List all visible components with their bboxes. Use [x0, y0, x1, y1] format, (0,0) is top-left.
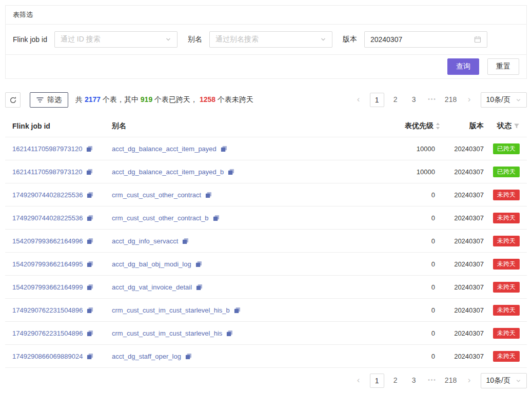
prev-page-button[interactable]: ‹: [351, 93, 366, 107]
version-field: 版本 20240307: [343, 31, 487, 48]
copy-icon[interactable]: [213, 215, 220, 221]
alias-link[interactable]: crm_cust_cust_im_cust_starlevel_his_b: [112, 306, 230, 314]
table-row: 1621411705987973120 acct_dg_balance_acct…: [5, 137, 527, 160]
copy-icon[interactable]: [86, 169, 93, 175]
version-value: 20240307: [440, 145, 484, 153]
page: 表筛选 Flink job id 通过 ID 搜索 别名 通过别名搜索: [5, 5, 527, 388]
priority-value: 0: [379, 329, 440, 337]
copy-icon[interactable]: [87, 284, 93, 291]
status-badge: 已跨天: [493, 143, 520, 154]
priority-value: 0: [379, 260, 440, 268]
alias-field: 别名 通过别名搜索: [188, 31, 332, 48]
page-button-3[interactable]: 3: [407, 93, 421, 107]
copy-icon[interactable]: [185, 353, 192, 360]
summary-part: 共: [75, 95, 85, 104]
copy-icon[interactable]: [182, 238, 189, 244]
version-input[interactable]: 20240307: [364, 31, 487, 48]
copy-icon[interactable]: [228, 169, 234, 175]
alias-link[interactable]: acct_dg_bal_obj_modi_log: [112, 260, 191, 268]
priority-value: 0: [379, 283, 440, 291]
copy-icon[interactable]: [87, 307, 93, 314]
prev-page-button[interactable]: ‹: [351, 374, 366, 388]
page-button-last[interactable]: 218: [444, 374, 458, 388]
priority-value: 0: [379, 214, 440, 222]
version-value: 20240307: [440, 168, 484, 176]
page-button-last[interactable]: 218: [444, 93, 458, 107]
copy-icon[interactable]: [87, 261, 93, 267]
job-id-link[interactable]: 1749290744028225536: [12, 191, 83, 199]
copy-icon[interactable]: [196, 284, 203, 291]
priority-value: 0: [379, 306, 440, 314]
reset-button[interactable]: 重置: [487, 58, 519, 75]
page-size-select[interactable]: 10条/页: [481, 92, 527, 108]
version-value: 20240307: [440, 191, 484, 199]
copy-icon[interactable]: [87, 330, 93, 337]
calendar-icon: [474, 36, 481, 43]
status-badge: 未跨天: [493, 213, 520, 223]
alias-select[interactable]: 通过别名搜索: [209, 31, 332, 48]
job-id-select[interactable]: 通过 ID 搜索: [54, 31, 178, 48]
job-id-link[interactable]: 1749290762231504896: [12, 306, 83, 314]
job-id-link[interactable]: 1542097993662164996: [12, 237, 83, 245]
version-value: 20240307: [440, 283, 484, 291]
alias-link[interactable]: crm_cust_cust_other_contract_b: [112, 214, 209, 222]
table-row: 1542097993662164999 acct_dg_vat_invoice_…: [5, 276, 527, 299]
chevron-down-icon: [165, 36, 171, 43]
table-row: 1749290744028225536 crm_cust_cust_other_…: [5, 183, 527, 206]
copy-icon[interactable]: [205, 192, 212, 198]
page-button-3[interactable]: 3: [407, 374, 421, 388]
refresh-icon: [9, 96, 17, 104]
page-button-2[interactable]: 2: [388, 93, 403, 107]
alias-link[interactable]: acct_dg_staff_oper_log: [112, 353, 181, 360]
alias-link[interactable]: acct_dg_info_servacct: [112, 237, 178, 245]
header-job-id: Flink job id: [12, 122, 112, 130]
copy-icon[interactable]: [87, 215, 93, 221]
filter-toggle-button[interactable]: 筛选: [30, 92, 68, 108]
page-button-1[interactable]: 1: [370, 93, 384, 107]
copy-icon[interactable]: [86, 146, 93, 152]
alias-link[interactable]: acct_dg_balance_acct_item_payed_b: [112, 168, 224, 176]
filter-icon[interactable]: [514, 123, 520, 129]
alias-link[interactable]: acct_dg_vat_invoice_detail: [112, 283, 192, 291]
next-page-button[interactable]: ›: [462, 93, 477, 107]
version-value: 20240307: [370, 35, 402, 44]
job-id-link[interactable]: 1542097993662164995: [12, 260, 83, 268]
sort-icon[interactable]: [436, 122, 440, 130]
copy-icon[interactable]: [87, 192, 93, 198]
job-id-link[interactable]: 1749290866069889024: [12, 353, 83, 360]
page-ellipsis[interactable]: •••: [425, 93, 440, 107]
job-id-link[interactable]: 1621411705987973120: [12, 145, 82, 153]
page-ellipsis[interactable]: •••: [425, 374, 440, 388]
status-badge: 未跨天: [493, 351, 520, 362]
alias-link[interactable]: crm_cust_cust_im_cust_starlevel_his: [112, 329, 222, 337]
status-badge: 未跨天: [493, 259, 520, 270]
alias-link[interactable]: crm_cust_cust_other_contract: [112, 191, 201, 199]
version-value: 20240307: [440, 260, 484, 268]
chevron-down-icon: [320, 36, 326, 43]
job-id-link[interactable]: 1542097993662164999: [12, 283, 83, 291]
version-value: 20240307: [440, 353, 484, 360]
job-id-link[interactable]: 1749290744028225536: [12, 214, 83, 222]
copy-icon[interactable]: [195, 261, 202, 267]
copy-icon[interactable]: [221, 146, 227, 152]
refresh-button[interactable]: [5, 92, 21, 108]
copy-icon[interactable]: [226, 330, 233, 337]
version-value: 20240307: [440, 306, 484, 314]
page-button-2[interactable]: 2: [388, 374, 403, 388]
copy-icon[interactable]: [87, 238, 93, 244]
search-button[interactable]: 查询: [447, 58, 479, 75]
page-size-select[interactable]: 10条/页: [481, 373, 527, 388]
job-id-link[interactable]: 1749290762231504896: [12, 329, 83, 337]
copy-icon[interactable]: [234, 307, 241, 314]
bottom-bar: ‹ 1 2 3 ••• 218 › 10条/页: [5, 373, 527, 388]
pagination-bottom: ‹ 1 2 3 ••• 218 › 10条/页: [347, 373, 527, 388]
job-id-link[interactable]: 1621411705987973120: [12, 168, 82, 176]
filter-toggle-label: 筛选: [47, 95, 62, 105]
page-size-label: 10条/页: [486, 95, 510, 105]
alias-link[interactable]: acct_dg_balance_acct_item_payed: [112, 145, 216, 153]
copy-icon[interactable]: [87, 353, 93, 360]
page-button-1[interactable]: 1: [370, 374, 384, 388]
filter-card-title: 表筛选: [6, 6, 526, 25]
next-page-button[interactable]: ›: [462, 374, 477, 388]
table-row: 1542097993662164995 acct_dg_bal_obj_modi…: [5, 253, 527, 276]
